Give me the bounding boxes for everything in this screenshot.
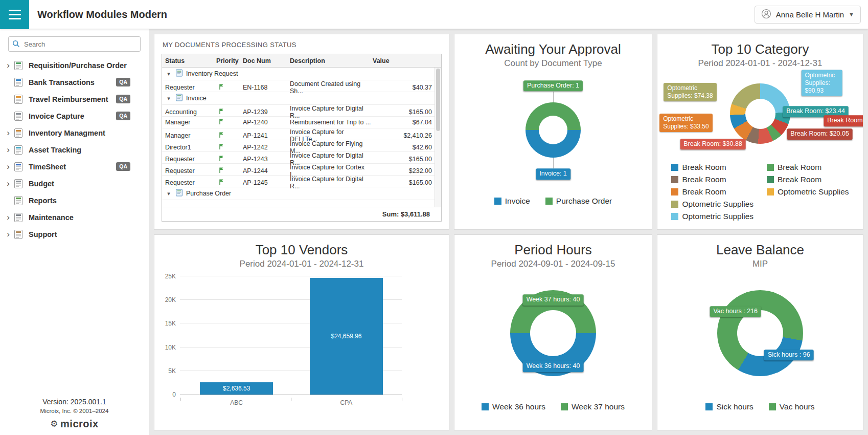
- period-hours-panel: Period Hours Period 2024-09-01 - 2024-09…: [454, 234, 652, 430]
- legend-item: Vac hours: [769, 402, 815, 411]
- sidebar-footer: Version: 2025.001.1 Microix, Inc. © 2001…: [0, 398, 149, 435]
- asset-tracking-icon: [13, 145, 25, 155]
- cell-doc-num: EN-1168: [243, 84, 290, 91]
- table-body: ▾Inventory RequestRequesterEN-1168Docume…: [162, 68, 441, 207]
- group-name: Inventory Request: [186, 70, 238, 77]
- table-row[interactable]: RequesterAP-1244Invoice Capture for Cort…: [162, 164, 441, 176]
- legend-label: Invoice: [505, 197, 530, 206]
- awaiting-approval-panel: Awaiting Your Approval Count by Document…: [454, 34, 652, 230]
- group-name: Invoice: [186, 95, 207, 102]
- bar[interactable]: $2,636.53: [200, 382, 273, 395]
- scrollbar-thumb[interactable]: [436, 69, 440, 131]
- menu-button[interactable]: [0, 0, 29, 29]
- legend-label: Vac hours: [780, 402, 815, 411]
- donut-chart: [730, 83, 790, 144]
- legend-item: Break Room: [767, 163, 849, 172]
- awaiting-approval-donut[interactable]: Purchase Order: 1Invoice: 1: [454, 69, 652, 191]
- legend-item: Optometric Supplies: [767, 187, 849, 197]
- table-row[interactable]: ManagerAP-1241Invoice Capture for DELLTe…: [162, 128, 441, 140]
- chart-subtitle: Period 2024-01-01 - 2024-12-31: [657, 58, 863, 69]
- legend-swatch: [767, 164, 774, 171]
- column-header[interactable]: Priority: [216, 57, 243, 64]
- leave-balance-panel: Leave Balance MIP Vac hours : 216Sick ho…: [657, 234, 863, 430]
- column-header[interactable]: Value: [373, 57, 432, 64]
- donut-hole: [745, 99, 775, 129]
- column-header[interactable]: Status: [165, 57, 216, 64]
- chart-title: Period Hours: [454, 242, 652, 258]
- legend-label: Break Room: [682, 187, 726, 197]
- legend-label: Break Room: [682, 163, 726, 172]
- sidebar-item-budget[interactable]: ›Budget: [0, 175, 149, 192]
- gear-icon: ⚙: [50, 419, 58, 429]
- chart-label: Invoice: 1: [536, 169, 570, 180]
- sidebar-item-travel-reimbursement[interactable]: Travel ReimbursementQA: [0, 91, 149, 107]
- dashboard: MY DOCUMENTS PROCESSING STATUS Status Pr…: [149, 29, 868, 435]
- legend-swatch: [705, 403, 713, 410]
- sidebar-item-requisition-purchase-order[interactable]: ›Requisition/Purchase Order: [0, 57, 149, 74]
- sidebar-item-label: TimeSheet: [29, 163, 66, 171]
- chart-legend: Sick hoursVac hours: [657, 402, 863, 411]
- sidebar-item-invoice-capture[interactable]: Invoice CaptureQA: [0, 107, 149, 124]
- group-row[interactable]: ▾Inventory Request: [162, 68, 441, 80]
- sidebar-item-label: Budget: [29, 180, 54, 188]
- collapse-chevron-icon[interactable]: ▾: [165, 190, 172, 197]
- expand-chevron-icon: ›: [3, 61, 13, 70]
- cell-description: Document Created using Sh...: [290, 80, 373, 95]
- leave-balance-donut[interactable]: Vac hours : 216Sick hours : 96: [657, 269, 863, 397]
- document-type-icon: [175, 94, 183, 103]
- table-row[interactable]: ManagerAP-1240Reimbursement for Trip to …: [162, 117, 441, 128]
- column-header[interactable]: Doc Num: [243, 57, 290, 64]
- chart-label: Break Room: $30.88: [680, 139, 746, 150]
- sidebar-item-label: Bank Transactions: [29, 78, 95, 86]
- app-title: Workflow Modules Modern: [37, 9, 167, 20]
- search-input[interactable]: [8, 36, 141, 52]
- sidebar-item-reports[interactable]: Reports: [0, 192, 149, 209]
- x-axis-tick: [291, 398, 291, 401]
- legend-label: Break Room: [682, 175, 726, 184]
- period-hours-donut[interactable]: Week 37 hours: 40Week 36 hours: 40: [454, 269, 652, 397]
- vendors-bar-chart[interactable]: 05K10K15K20K25K$2,636.53ABC$24,659.96CPA: [180, 276, 402, 395]
- expand-chevron-icon: ›: [3, 162, 13, 171]
- collapse-chevron-icon[interactable]: ▾: [165, 95, 172, 102]
- legend-swatch: [561, 403, 568, 410]
- sidebar-item-timesheet[interactable]: ›TimeSheetQA: [0, 158, 149, 175]
- legend-label: Break Room: [778, 163, 821, 172]
- sidebar-item-label: Requisition/Purchase Order: [29, 61, 127, 70]
- column-header[interactable]: Description: [290, 57, 373, 64]
- table-row[interactable]: Director1AP-1242Invoice Capture for Flyi…: [162, 140, 441, 152]
- bar[interactable]: $24,659.96: [310, 278, 383, 395]
- sidebar-item-asset-tracking[interactable]: ›Asset Tracking: [0, 141, 149, 158]
- x-axis-tick: [180, 398, 180, 401]
- x-axis-label: CPA: [310, 399, 383, 406]
- cell-status: Requester: [165, 167, 216, 175]
- sidebar-item-bank-transactions[interactable]: Bank TransactionsQA: [0, 74, 149, 91]
- bar-value-label: $2,636.53: [200, 385, 273, 392]
- collapse-chevron-icon[interactable]: ▾: [165, 71, 172, 77]
- legend-label: Week 36 hours: [492, 402, 545, 411]
- chart-label: Week 37 hours: 40: [523, 294, 584, 306]
- user-menu[interactable]: Anna Belle H Martin ▼: [755, 6, 861, 24]
- category-donut[interactable]: Optometric Supplies: $74.38Optometric Su…: [657, 69, 863, 159]
- bar-value-label: $24,659.96: [310, 333, 383, 340]
- sidebar-item-support[interactable]: ›Support: [0, 226, 149, 243]
- sidebar-item-label: Travel Reimbursement: [29, 95, 108, 103]
- table-row[interactable]: AccountingAP-1239Invoice Capture for Dig…: [162, 105, 441, 117]
- qa-badge: QA: [116, 78, 130, 86]
- chevron-down-icon: ▼: [849, 11, 854, 17]
- legend-label: Optometric Supplies: [682, 200, 753, 209]
- legend-label: Optometric Supplies: [778, 187, 849, 197]
- sidebar-item-inventory-management[interactable]: ›Inventory Managment: [0, 124, 149, 141]
- connector-line: [553, 92, 554, 102]
- cell-description: Invoice Capture for Digital R...: [290, 105, 373, 119]
- sidebar-item-maintenance[interactable]: ›Maintenance: [0, 209, 149, 226]
- table-row[interactable]: RequesterAP-1243Invoice Capture for Digi…: [162, 152, 441, 164]
- chart-label: Optometric Supplies: $74.38: [664, 83, 717, 101]
- table-row[interactable]: RequesterEN-1168Document Created using S…: [162, 80, 441, 92]
- qa-badge: QA: [116, 95, 130, 103]
- expand-chevron-icon: ›: [3, 213, 13, 222]
- cell-value: $165.00: [373, 156, 432, 163]
- vertical-scrollbar[interactable]: [435, 68, 441, 207]
- reports-icon: [13, 195, 25, 206]
- table-row[interactable]: RequesterAP-1245Invoice Capture for Digi…: [162, 176, 441, 187]
- hamburger-icon: [9, 10, 21, 11]
